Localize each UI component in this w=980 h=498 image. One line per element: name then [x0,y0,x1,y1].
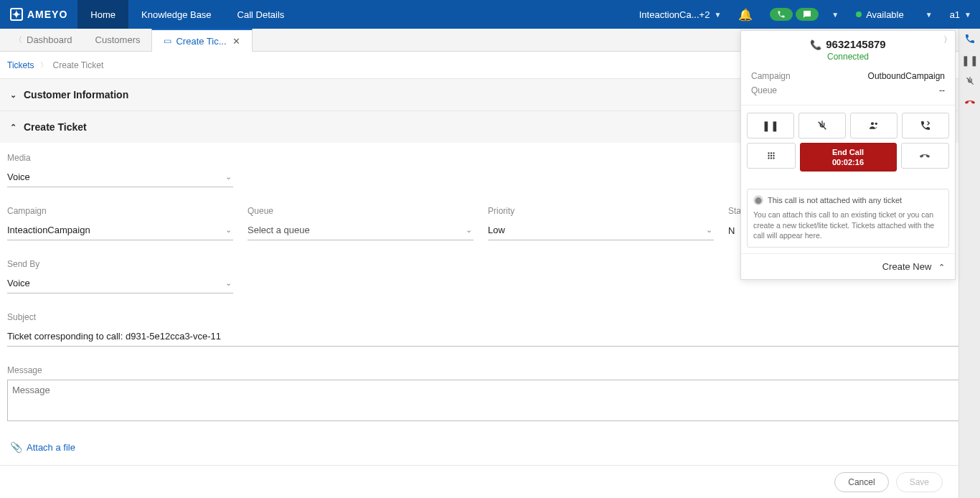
phone-pill[interactable] [770,8,793,21]
nav-home[interactable]: Home [77,0,128,29]
chevron-down-icon: ⌄ [706,225,712,235]
bell-icon: 🔔 [738,8,753,22]
field-message: Message [7,365,966,421]
priority-select[interactable]: Low ⌄ [488,220,714,240]
chevron-down-icon: ▼ [925,11,933,19]
phone-icon [777,10,786,19]
campaign-selector[interactable]: InteactionCa...+2 ▼ [631,9,730,20]
user-menu[interactable]: a1 ▼ [941,9,980,20]
campaign-label: Campaign [7,206,233,216]
create-new-label: Create New [882,261,932,272]
transfer-button[interactable] [902,113,949,138]
hangup-icon[interactable] [964,96,976,108]
call-controls: ▼ [761,8,847,21]
mute-button[interactable] [798,113,846,138]
tab-customers-label: Customers [95,34,141,45]
send-by-select[interactable]: Voice ⌄ [7,273,233,293]
close-icon[interactable]: ✕ [232,36,240,47]
chevron-down-icon[interactable]: ▼ [831,11,839,19]
svg-point-2 [871,122,874,125]
svg-point-9 [773,155,774,156]
transfer-icon [920,120,931,131]
field-send-by: Send By Voice ⌄ [7,259,233,293]
meta-campaign-key: Campaign [751,71,791,81]
pause-icon: ❚❚ [762,120,779,131]
section-create-ticket-title: Create Ticket [24,121,87,133]
phone-icon: 📞 [810,39,821,50]
campaign-select[interactable]: InteactionCampaign ⌄ [7,220,233,240]
section-customer-info-title: Customer Information [24,89,128,100]
save-button[interactable]: Save [896,472,943,492]
tab-create-ticket[interactable]: ▭ Create Tic... ✕ [151,29,252,52]
subject-input[interactable] [7,326,966,347]
brand-text: AMEYO [27,9,67,20]
media-select[interactable]: Voice ⌄ [7,167,233,187]
form-footer: Cancel Save [0,465,958,498]
create-new-button[interactable]: Create New ⌃ [741,253,955,279]
collapse-icon[interactable]: 〉 [943,34,952,46]
app-header: ✦ AMEYO Home Knowledge Base Call Details… [0,0,980,29]
mute-icon[interactable] [965,76,975,86]
svg-point-6 [773,152,774,154]
chevron-up-icon: ⌃ [938,263,945,271]
right-toolstrip: ❚❚ [958,29,980,498]
active-call-icon[interactable] [964,33,976,44]
call-action-grid-2: End Call 00:02:16 [741,138,955,180]
attach-file-button[interactable]: 📎 Attach a file [10,441,75,453]
media-label: Media [7,153,233,163]
svg-point-10 [768,157,769,159]
chevron-right-icon: 〉 [40,60,47,70]
svg-point-8 [771,155,772,156]
attach-hint-text: You can attach this call to an existing … [753,210,943,241]
chat-icon [803,10,811,19]
svg-point-12 [773,157,774,159]
notifications-button[interactable]: 🔔 [730,8,761,22]
call-phone-number: 📞9632145879 [748,38,948,50]
hangup-button[interactable] [901,143,950,169]
brand-logo: ✦ AMEYO [0,8,77,21]
svg-point-3 [875,123,877,125]
chevron-down-icon: ⌄ [466,225,472,235]
chat-pill[interactable] [796,8,819,21]
dialpad-icon [766,151,776,161]
chevron-down-icon: ⌄ [10,90,17,100]
nav-knowledge-base[interactable]: Knowledge Base [128,0,225,29]
message-label: Message [7,365,966,375]
chevron-down-icon: ▼ [964,11,971,19]
field-campaign: Campaign InteactionCampaign ⌄ [7,206,233,240]
meta-queue-key: Queue [751,85,777,95]
tab-dashboard-label: Dashboard [27,34,72,45]
priority-value: Low [488,225,505,235]
queue-select[interactable]: Select a queue ⌄ [248,220,473,240]
phone-number-text: 9632145879 [826,38,885,50]
queue-label: Queue [248,206,473,216]
chevron-down-icon: ⌄ [225,172,232,182]
end-call-label: End Call [832,147,864,157]
campaign-selector-label: InteactionCa...+2 [639,9,710,20]
message-input[interactable] [7,380,966,421]
tab-dashboard[interactable]: 〈 Dashboard [3,29,84,51]
field-media: Media Voice ⌄ [7,153,233,187]
svg-point-11 [771,157,772,159]
dialpad-button[interactable] [747,143,796,169]
status-dot-icon [856,11,862,17]
field-subject: Subject [7,312,966,347]
tab-customers[interactable]: Customers [84,29,152,51]
call-status: Connected [748,52,948,62]
pause-icon[interactable]: ❚❚ [961,55,979,66]
availability-selector[interactable]: Available ▼ [847,9,941,20]
end-call-button[interactable]: End Call 00:02:16 [800,143,897,172]
call-panel-header: 〉 📞9632145879 Connected [741,31,955,66]
paperclip-icon: 📎 [10,441,22,453]
svg-point-7 [768,155,769,156]
media-value: Voice [7,172,30,182]
subject-label: Subject [7,312,966,322]
hold-button[interactable]: ❚❚ [747,113,794,138]
nav-call-details[interactable]: Call Details [225,0,298,29]
availability-label: Available [866,9,904,20]
status-value: N [728,225,735,236]
breadcrumb-root[interactable]: Tickets [7,60,34,70]
conference-button[interactable] [850,113,897,138]
info-icon: ⬤ [753,195,763,205]
cancel-button[interactable]: Cancel [834,472,888,492]
